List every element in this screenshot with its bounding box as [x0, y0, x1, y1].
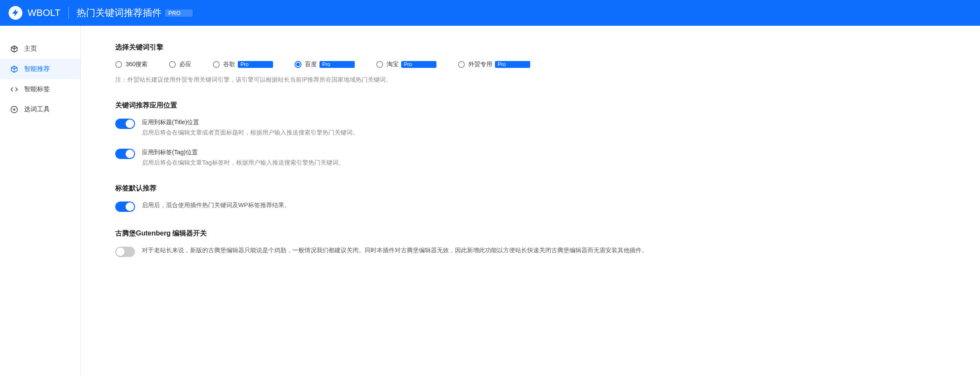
radio-circle-icon	[115, 61, 122, 68]
pro-badge: Pro	[319, 61, 355, 68]
toggle-label: 应用到标题(Title)位置	[142, 119, 946, 126]
radio-engine-4[interactable]: 淘宝Pro	[376, 61, 436, 68]
toggle-row-position-0: 应用到标题(Title)位置 启用后将会在编辑文章或者页面标题时，根据用户输入推…	[115, 119, 946, 137]
radio-label: 谷歌	[223, 61, 235, 68]
radio-circle-icon	[169, 61, 176, 68]
pro-badge: Pro	[238, 61, 273, 68]
radio-label: 外贸专用	[468, 61, 492, 68]
toggle-label: 应用到标签(Tag)位置	[142, 149, 946, 156]
page-title: 热门关键词推荐插件	[77, 6, 162, 19]
toggle-row-gutenberg: 对于老站长来说，新版的古腾堡编辑器只能说是个鸡肋，一般情况我们都建议关闭。同时本…	[115, 247, 946, 257]
section-title-engine: 选择关键词引擎	[115, 43, 946, 52]
brand-text: WBOLT	[28, 7, 61, 18]
radio-label: 360搜索	[126, 61, 147, 68]
plus-circle-icon	[10, 106, 18, 113]
pro-badge: Pro	[401, 61, 436, 68]
cube-icon	[10, 45, 18, 53]
radio-circle-icon	[213, 61, 220, 68]
toggle-desc-gutenberg: 对于老站长来说，新版的古腾堡编辑器只能说是个鸡肋，一般情况我们都建议关闭。同时本…	[142, 247, 648, 254]
toggle-row-position-1: 应用到标签(Tag)位置 启用后将会在编辑文章Tag标签时，根据用户输入推送搜索…	[115, 149, 946, 167]
radio-engine-3[interactable]: 百度Pro	[295, 61, 355, 68]
cube-icon	[10, 65, 18, 73]
section-gutenberg: 古腾堡Gutenberg 编辑器开关 对于老站长来说，新版的古腾堡编辑器只能说是…	[115, 229, 946, 257]
section-title-gutenberg: 古腾堡Gutenberg 编辑器开关	[115, 229, 946, 238]
engine-radio-group: 360搜索必应谷歌Pro百度Pro淘宝Pro外贸专用Pro	[115, 61, 946, 68]
pro-badge-header: PRO	[165, 9, 193, 17]
toggle-desc: 启用后将会在编辑文章或者页面标题时，根据用户输入推送搜索引擎热门关键词。	[142, 129, 946, 137]
nav-item-2[interactable]: 智能标签	[0, 79, 80, 99]
nav-label: 智能推荐	[24, 65, 50, 73]
section-engine: 选择关键词引擎 360搜索必应谷歌Pro百度Pro淘宝Pro外贸专用Pro 注：…	[115, 43, 946, 84]
nav-item-1[interactable]: 智能推荐	[0, 59, 80, 79]
sidebar: 主页智能推荐智能标签选词工具	[0, 26, 81, 376]
section-position: 关键词推荐应用位置 应用到标题(Title)位置 启用后将会在编辑文章或者页面标…	[115, 101, 946, 167]
radio-engine-1[interactable]: 必应	[169, 61, 191, 68]
radio-engine-0[interactable]: 360搜索	[115, 61, 147, 68]
radio-circle-icon	[376, 61, 383, 68]
section-title-default-tag: 标签默认推荐	[115, 184, 946, 193]
toggle-desc-default-tag: 启用后，混合使用插件热门关键词及WP标签推荐结果。	[142, 202, 290, 209]
nav-item-0[interactable]: 主页	[0, 39, 80, 59]
nav-item-3[interactable]: 选词工具	[0, 99, 80, 119]
toggle-gutenberg[interactable]	[115, 247, 135, 257]
radio-circle-icon	[295, 61, 301, 68]
toggle-position-0[interactable]	[115, 119, 135, 129]
toggle-position-1[interactable]	[115, 149, 135, 159]
section-default-tag: 标签默认推荐 启用后，混合使用插件热门关键词及WP标签推荐结果。	[115, 184, 946, 212]
header: WBOLT 热门关键词推荐插件 PRO	[0, 0, 980, 26]
radio-label: 必应	[179, 61, 191, 68]
toggle-desc: 启用后将会在编辑文章Tag标签时，根据用户输入推送搜索引擎热门关键词。	[142, 159, 946, 167]
radio-engine-2[interactable]: 谷歌Pro	[213, 61, 273, 68]
main-content: 选择关键词引擎 360搜索必应谷歌Pro百度Pro淘宝Pro外贸专用Pro 注：…	[81, 26, 980, 376]
section-title-position: 关键词推荐应用位置	[115, 101, 946, 110]
header-divider	[68, 7, 69, 19]
pro-badge: Pro	[495, 61, 530, 68]
engine-note: 注：外贸站长建议使用外贸专用关键词引擎，该引擎可以根据站长当前IP推荐所在国家地…	[115, 76, 946, 84]
radio-label: 百度	[305, 61, 317, 68]
toggle-default-tag[interactable]	[115, 202, 135, 212]
logo-icon	[9, 6, 22, 20]
nav-label: 智能标签	[24, 85, 50, 93]
nav-label: 主页	[24, 45, 37, 53]
radio-circle-icon	[458, 61, 465, 68]
code-icon	[10, 86, 18, 93]
toggle-row-default-tag: 启用后，混合使用插件热门关键词及WP标签推荐结果。	[115, 202, 946, 212]
radio-label: 淘宝	[387, 61, 399, 68]
nav-label: 选词工具	[24, 105, 50, 113]
radio-engine-5[interactable]: 外贸专用Pro	[458, 61, 530, 68]
